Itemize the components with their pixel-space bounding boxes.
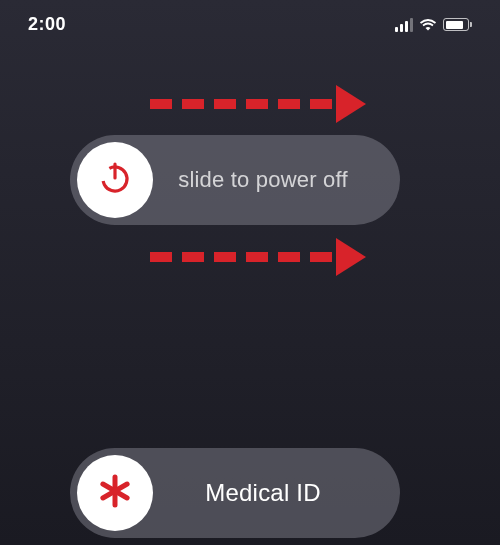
wifi-icon xyxy=(419,18,437,31)
medical-id-slider[interactable]: Medical ID xyxy=(70,448,400,538)
medical-slider-label: Medical ID xyxy=(153,479,393,507)
cellular-signal-icon xyxy=(395,18,413,32)
battery-icon xyxy=(443,18,472,31)
annotation-arrow-bottom xyxy=(150,238,366,276)
power-slider-knob[interactable] xyxy=(77,142,153,218)
annotation-arrow-top xyxy=(150,85,366,123)
medical-slider-knob[interactable] xyxy=(77,455,153,531)
power-slider-label: slide to power off xyxy=(153,167,393,193)
power-icon xyxy=(96,159,134,201)
status-icons xyxy=(395,18,472,32)
status-time: 2:00 xyxy=(28,14,66,35)
power-off-slider[interactable]: slide to power off xyxy=(70,135,400,225)
asterisk-icon xyxy=(95,471,135,515)
status-bar: 2:00 xyxy=(0,0,500,45)
